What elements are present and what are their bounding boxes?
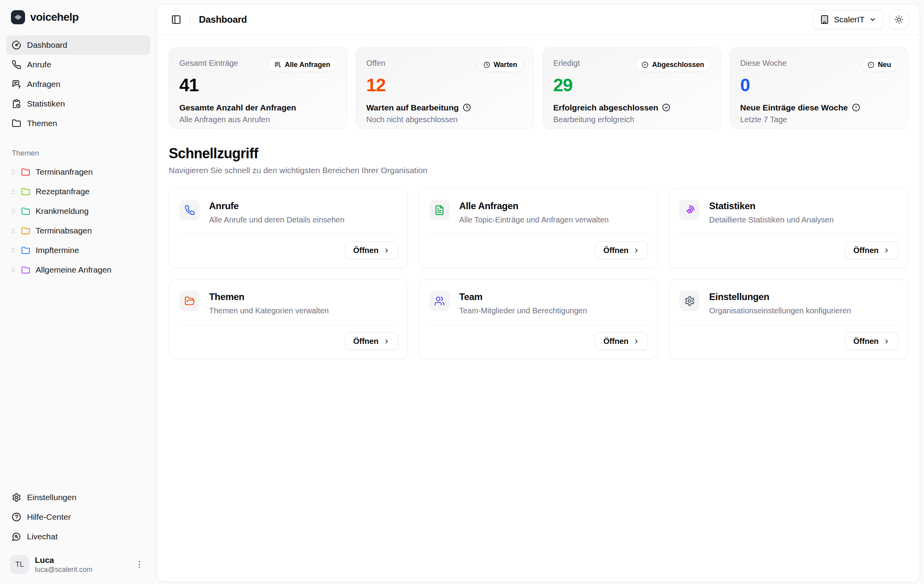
quick-card-title: Anrufe xyxy=(209,200,345,212)
sidebar-footer-nav: Einstellungen Hilfe-Center Livechat xyxy=(6,488,150,546)
user-info: Luca luca@scalerit.com xyxy=(35,555,92,574)
sidebar-topic-item[interactable]: Terminanfragen xyxy=(6,162,150,182)
open-button[interactable]: Öffnen xyxy=(845,332,898,350)
stat-badge: Alle Anfragen xyxy=(268,57,336,72)
stat-subtitle: Letzte 7 Tage xyxy=(740,115,898,124)
stat-title: Erfolgreich abgeschlossen xyxy=(553,103,658,112)
quick-card-title: Alle Anfragen xyxy=(459,200,609,212)
page-title: Dashboard xyxy=(199,14,247,25)
chevron-right-icon xyxy=(633,247,640,254)
sidebar-topic-item[interactable]: Allgemeine Anfragen xyxy=(6,260,150,280)
sidebar-item-einstellungen[interactable]: Einstellungen xyxy=(6,488,150,507)
panel-left-icon xyxy=(171,14,181,25)
quick-card-description: Alle Anrufe und deren Details einsehen xyxy=(209,215,345,224)
user-menu-button[interactable] xyxy=(132,557,146,571)
sidebar-item-anrufe[interactable]: Anrufe xyxy=(6,55,150,74)
org-switcher-button[interactable]: ScalerIT xyxy=(812,10,884,29)
topics-section: Themen Terminanfragen Rezeptanfrage Kran… xyxy=(6,133,150,280)
chat-search-icon xyxy=(12,532,21,541)
grip-icon[interactable] xyxy=(9,188,17,195)
alert-circle-icon xyxy=(868,61,874,68)
clock-icon xyxy=(484,61,490,68)
stat-value: 0 xyxy=(740,75,898,95)
stat-badge: Abgeschlossen xyxy=(635,57,710,72)
stat-badge: Neu xyxy=(861,57,897,72)
quick-card-description: Organisationseinstellungen konfigurieren xyxy=(709,306,851,315)
phone-icon xyxy=(184,205,195,215)
file-text-icon xyxy=(434,205,445,215)
user-email: luca@scalerit.com xyxy=(35,566,92,574)
sidebar-item-anfragen[interactable]: Anfragen xyxy=(6,74,150,94)
sidebar-topic-item[interactable]: Krankmeldung xyxy=(6,201,150,221)
folder-icon xyxy=(21,266,30,275)
folder-open-icon xyxy=(184,296,195,306)
topbar-actions: ScalerIT xyxy=(812,10,909,29)
open-button[interactable]: Öffnen xyxy=(845,241,898,259)
help-circle-icon xyxy=(12,512,21,522)
chevron-right-icon xyxy=(883,247,890,254)
open-button[interactable]: Öffnen xyxy=(345,332,398,350)
sidebar-toggle-button[interactable] xyxy=(168,11,184,28)
sidebar-topic-item[interactable]: Impftermine xyxy=(6,240,150,260)
gauge-icon xyxy=(12,40,21,50)
topbar: Dashboard ScalerIT xyxy=(157,4,920,35)
stat-badge: Warten xyxy=(477,57,523,72)
sidebar-topic-item[interactable]: Rezeptanfrage xyxy=(6,182,150,201)
stat-label: Diese Woche xyxy=(740,57,787,68)
settings-icon xyxy=(684,296,695,306)
stat-label: Offen xyxy=(366,57,386,68)
folder-icon xyxy=(12,119,21,128)
user-name: Luca xyxy=(35,555,92,565)
avatar: TL xyxy=(10,555,29,574)
sun-icon xyxy=(894,15,904,24)
sidebar-item-livechat[interactable]: Livechat xyxy=(6,527,150,546)
topics-section-label: Themen xyxy=(6,149,150,157)
sidebar-nav: Dashboard Anrufe Anfragen Statistiken Th… xyxy=(6,35,150,133)
alert-circle-icon xyxy=(852,103,860,112)
quick-card-description: Alle Topic-Einträge und Anfragen verwalt… xyxy=(459,215,609,224)
chevron-right-icon xyxy=(633,338,640,345)
quick-access-card: Anrufe Alle Anrufe und deren Details ein… xyxy=(169,188,408,268)
open-button[interactable]: Öffnen xyxy=(595,332,648,350)
grip-icon[interactable] xyxy=(9,266,17,274)
sidebar: voicehelp Dashboard Anrufe Anfragen Stat… xyxy=(0,0,157,584)
main-content: Gesamt Einträge Alle Anfragen 41 Gesamte… xyxy=(157,35,920,372)
stat-label: Gesamt Einträge xyxy=(179,57,238,68)
folder-icon xyxy=(21,168,30,177)
stat-value: 41 xyxy=(179,75,337,95)
sidebar-item-themen[interactable]: Themen xyxy=(6,114,150,133)
grip-icon[interactable] xyxy=(9,227,17,235)
brand: voicehelp xyxy=(6,10,150,24)
quick-card-title: Team xyxy=(459,291,587,302)
folder-icon xyxy=(21,226,30,235)
quick-access-card: Team Team-Mitglieder und Berechtigungen … xyxy=(419,279,658,359)
main-panel: Dashboard ScalerIT Gesamt Einträge Alle … xyxy=(157,4,920,582)
org-name: ScalerIT xyxy=(834,15,864,24)
sidebar-item-dashboard[interactable]: Dashboard xyxy=(6,35,150,55)
sidebar-item-statistiken[interactable]: Statistiken xyxy=(6,94,150,114)
stat-value: 12 xyxy=(366,75,524,95)
quick-access-grid: Anrufe Alle Anrufe und deren Details ein… xyxy=(169,188,908,359)
clipboard-clock-icon xyxy=(12,99,21,108)
quick-access-card: Einstellungen Organisationseinstellungen… xyxy=(669,279,908,359)
settings-icon xyxy=(12,493,21,502)
sidebar-footer: Einstellungen Hilfe-Center Livechat TL L… xyxy=(6,483,150,576)
stats-row: Gesamt Einträge Alle Anfragen 41 Gesamte… xyxy=(169,47,908,129)
open-button[interactable]: Öffnen xyxy=(595,241,648,259)
stat-value: 29 xyxy=(553,75,711,95)
stat-title: Gesamte Anzahl der Anfragen xyxy=(179,103,296,112)
kebab-icon xyxy=(135,560,144,569)
sidebar-item-hilfe-center[interactable]: Hilfe-Center xyxy=(6,507,150,527)
sidebar-topic-item[interactable]: Terminabsagen xyxy=(6,221,150,240)
grip-icon[interactable] xyxy=(9,207,17,215)
phone-icon xyxy=(12,60,21,69)
building-icon xyxy=(820,15,829,24)
user-card[interactable]: TL Luca luca@scalerit.com xyxy=(6,553,150,576)
open-button[interactable]: Öffnen xyxy=(345,241,398,259)
grip-icon[interactable] xyxy=(9,246,17,254)
stat-subtitle: Alle Anfragen aus Anrufen xyxy=(179,115,337,124)
circle-check-icon xyxy=(662,103,670,112)
grip-icon[interactable] xyxy=(9,168,17,176)
quick-access-section: Schnellzugriff Navigieren Sie schnell zu… xyxy=(169,145,908,359)
theme-toggle-button[interactable] xyxy=(889,10,909,29)
